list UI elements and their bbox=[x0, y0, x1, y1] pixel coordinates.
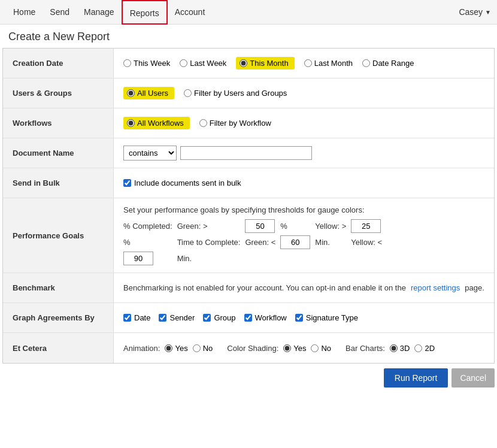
radio-all-users[interactable]: All Users bbox=[123, 87, 174, 99]
color-shading-group: Color Shading: Yes No bbox=[227, 344, 331, 353]
benchmark-label: Benchmark bbox=[3, 273, 114, 302]
benchmark-text-before: Benchmarking is not enabled for your acc… bbox=[123, 283, 406, 292]
animation-radios: Yes No bbox=[165, 344, 213, 353]
footer-buttons: Run Report Cancel bbox=[0, 364, 497, 392]
workflows-label: Workflows bbox=[3, 108, 114, 138]
et-cetera-row: Et Cetera Animation: Yes No bbox=[3, 333, 494, 363]
yellow-time-label: Yellow: < bbox=[351, 238, 382, 247]
yellow-time-input[interactable] bbox=[123, 252, 153, 265]
color-shading-yes-label: Yes bbox=[293, 344, 306, 353]
document-name-label: Document Name bbox=[3, 138, 114, 168]
animation-no-input[interactable] bbox=[193, 344, 201, 352]
bar-charts-2d-input[interactable] bbox=[414, 344, 422, 352]
document-name-controls: contains starts with equals bbox=[123, 146, 312, 161]
radio-last-week-label: Last Week bbox=[190, 59, 226, 68]
bar-charts-3d-label: 3D bbox=[400, 344, 410, 353]
radio-filter-workflow-label: Filter by Workflow bbox=[210, 119, 271, 128]
graph-sender-label: Sender bbox=[169, 313, 195, 322]
radio-this-week[interactable]: This Week bbox=[123, 59, 170, 68]
run-report-button[interactable]: Run Report bbox=[384, 368, 448, 388]
creation-date-options: This Week Last Week This Month Last Mont… bbox=[123, 57, 414, 69]
radio-last-week-input[interactable] bbox=[180, 59, 187, 67]
graph-signature-type[interactable]: Signature Type bbox=[295, 313, 358, 322]
user-menu[interactable]: Casey ▼ bbox=[459, 7, 491, 17]
graph-sender-input[interactable] bbox=[159, 314, 166, 322]
page-title: Create a New Report bbox=[0, 25, 497, 48]
yellow-completed-input[interactable] bbox=[351, 219, 381, 233]
yellow-time-unit: Min. bbox=[177, 254, 241, 263]
nav-send[interactable]: Send bbox=[43, 0, 77, 25]
time-label: Time to Complete: bbox=[177, 238, 241, 247]
green-completed-label: Green: > bbox=[177, 222, 241, 231]
bulk-checkbox-input[interactable] bbox=[123, 179, 131, 187]
color-shading-yes[interactable]: Yes bbox=[283, 344, 306, 353]
bulk-checkbox[interactable]: Include documents sent in bulk bbox=[123, 178, 241, 187]
radio-filter-users-input[interactable] bbox=[184, 89, 192, 97]
document-name-input[interactable] bbox=[180, 146, 312, 160]
users-groups-row: Users & Groups All Users Filter by Users… bbox=[3, 78, 494, 108]
radio-last-week[interactable]: Last Week bbox=[180, 59, 226, 68]
radio-filter-workflow-input[interactable] bbox=[199, 119, 207, 127]
green-time-unit: Min. bbox=[315, 238, 346, 247]
animation-no[interactable]: No bbox=[193, 344, 213, 353]
radio-this-month-input[interactable] bbox=[240, 59, 247, 67]
bar-charts-radios: 3D 2D bbox=[390, 344, 435, 353]
graph-date[interactable]: Date bbox=[123, 313, 150, 322]
radio-filter-users[interactable]: Filter by Users and Groups bbox=[184, 89, 287, 98]
creation-date-label: Creation Date bbox=[3, 49, 114, 78]
radio-all-workflows-input[interactable] bbox=[127, 119, 135, 127]
graph-group-input[interactable] bbox=[203, 314, 211, 322]
users-groups-content: All Users Filter by Users and Groups bbox=[114, 78, 494, 108]
animation-yes-label: Yes bbox=[175, 344, 187, 353]
animation-yes[interactable]: Yes bbox=[165, 344, 187, 353]
document-name-dropdown[interactable]: contains starts with equals bbox=[123, 146, 177, 161]
green-completed-input[interactable] bbox=[245, 219, 275, 233]
radio-all-users-input[interactable] bbox=[127, 89, 135, 97]
report-form: Creation Date This Week Last Week This M… bbox=[2, 48, 495, 364]
radio-all-workflows[interactable]: All Workflows bbox=[123, 117, 190, 129]
color-shading-yes-input[interactable] bbox=[283, 344, 291, 352]
graph-options: Date Sender Group Workflow Signature Typ… bbox=[123, 313, 358, 322]
graph-workflow-label: Workflow bbox=[255, 313, 287, 322]
radio-last-month[interactable]: Last Month bbox=[304, 59, 353, 68]
radio-this-week-input[interactable] bbox=[123, 59, 131, 67]
yellow-completed-label: Yellow: > bbox=[315, 222, 346, 231]
nav-account[interactable]: Account bbox=[168, 0, 213, 25]
bar-charts-3d[interactable]: 3D bbox=[390, 344, 410, 353]
graph-signature-type-input[interactable] bbox=[295, 314, 303, 322]
nav-home[interactable]: Home bbox=[6, 0, 43, 25]
nav-manage[interactable]: Manage bbox=[77, 0, 122, 25]
bulk-checkbox-label: Include documents sent in bulk bbox=[134, 178, 241, 187]
nav-reports[interactable]: Reports bbox=[122, 0, 168, 25]
radio-filter-workflow[interactable]: Filter by Workflow bbox=[199, 119, 271, 128]
bar-charts-3d-input[interactable] bbox=[390, 344, 398, 352]
radio-date-range-input[interactable] bbox=[362, 59, 370, 67]
graph-group[interactable]: Group bbox=[203, 313, 235, 322]
workflows-options: All Workflows Filter by Workflow bbox=[123, 117, 271, 129]
color-shading-no[interactable]: No bbox=[311, 344, 331, 353]
color-shading-label: Color Shading: bbox=[227, 344, 278, 353]
radio-this-month[interactable]: This Month bbox=[236, 57, 294, 69]
bar-charts-label: Bar Charts: bbox=[346, 344, 385, 353]
green-time-input[interactable] bbox=[280, 235, 310, 249]
cancel-button[interactable]: Cancel bbox=[451, 368, 495, 388]
yellow-completed-unit: % bbox=[123, 238, 172, 247]
send-in-bulk-row: Send in Bulk Include documents sent in b… bbox=[3, 168, 494, 198]
completed-label: % Completed: bbox=[123, 222, 172, 231]
graph-sender[interactable]: Sender bbox=[159, 313, 195, 322]
color-shading-no-input[interactable] bbox=[311, 344, 319, 352]
radio-last-month-input[interactable] bbox=[304, 59, 312, 67]
graph-workflow[interactable]: Workflow bbox=[244, 313, 287, 322]
graph-agreements-label: Graph Agreements By bbox=[3, 303, 114, 332]
radio-all-users-label: All Users bbox=[137, 89, 168, 98]
radio-all-workflows-label: All Workflows bbox=[137, 119, 184, 128]
document-name-content: contains starts with equals bbox=[114, 138, 494, 168]
report-settings-link[interactable]: report settings bbox=[411, 283, 460, 292]
radio-date-range[interactable]: Date Range bbox=[362, 59, 414, 68]
bar-charts-2d[interactable]: 2D bbox=[414, 344, 435, 353]
graph-workflow-input[interactable] bbox=[244, 314, 252, 322]
graph-date-input[interactable] bbox=[123, 314, 131, 322]
document-name-row: Document Name contains starts with equal… bbox=[3, 138, 494, 168]
workflows-content: All Workflows Filter by Workflow bbox=[114, 108, 494, 138]
animation-yes-input[interactable] bbox=[165, 344, 172, 352]
